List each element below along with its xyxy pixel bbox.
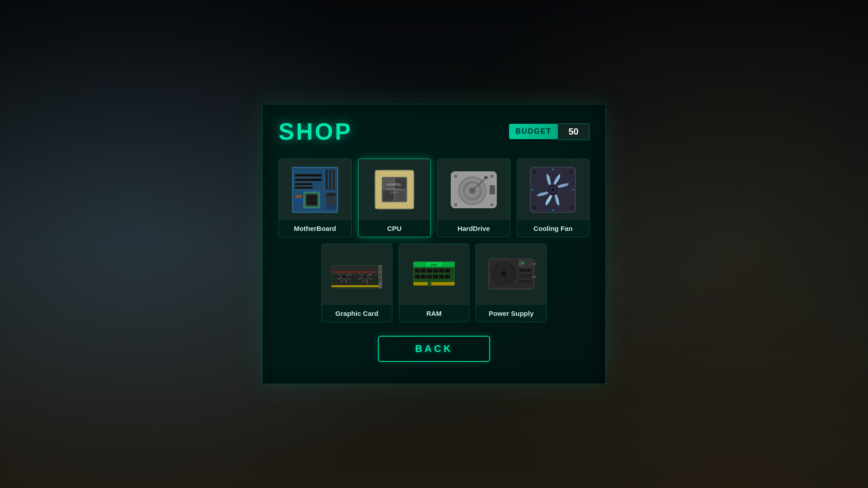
psu-image [476,244,546,305]
svg-rect-18 [326,203,335,205]
svg-point-113 [552,209,554,211]
psu-icon [486,254,536,295]
svg-rect-128 [333,272,377,272]
svg-rect-139 [415,275,420,279]
svg-rect-5 [326,169,328,190]
svg-text:RAM: RAM [431,263,437,266]
svg-point-100 [454,203,457,206]
shop-header: SHOP BUDGET 50 [278,118,590,145]
svg-point-99 [490,174,493,178]
budget-container: BUDGET 50 [509,123,590,140]
back-button[interactable]: BACK [378,336,490,362]
svg-rect-4 [295,187,313,189]
motherboard-icon [290,165,340,215]
svg-rect-186 [519,274,532,278]
cpu-image: FUNTEL AHR22018EQ DRPFBL [359,159,431,220]
gpu-label: Graphic Card [322,305,392,322]
motherboard-label: MotherBoard [279,220,351,237]
svg-rect-138 [445,268,450,272]
fan-icon [528,165,578,215]
svg-point-97 [484,176,488,179]
svg-rect-123 [332,285,382,287]
svg-rect-192 [519,261,521,266]
cpu-label: CPU [359,220,431,237]
svg-rect-168 [428,281,431,286]
harddrive-icon [449,167,499,212]
shop-item-psu[interactable]: Power Supply [476,244,547,322]
svg-point-107 [569,206,573,210]
shop-item-gpu[interactable]: Graphic Card [321,244,392,322]
shop-item-ram[interactable]: RAM [399,244,470,322]
back-button-container: BACK [278,336,590,362]
svg-point-121 [363,274,367,278]
motherboard-image [279,159,351,220]
svg-point-104 [533,169,537,174]
svg-point-11 [299,195,302,198]
svg-rect-143 [439,275,444,279]
shop-items-row2: Graphic Card RAM [278,244,590,322]
svg-rect-9 [306,194,317,206]
svg-point-183 [502,272,505,276]
svg-point-13 [299,199,302,202]
svg-rect-134 [421,268,426,272]
svg-rect-17 [326,200,335,202]
gpu-image [322,244,392,305]
harddrive-label: HardDrive [438,220,510,237]
svg-rect-15 [326,193,335,197]
svg-rect-122 [332,266,382,274]
svg-rect-1 [295,174,322,177]
svg-rect-125 [380,267,381,270]
svg-point-110 [552,188,554,191]
shop-panel: SHOP BUDGET 50 [262,104,606,384]
budget-value: 50 [558,123,590,140]
svg-rect-102 [490,185,495,194]
fan-label: Cooling Fan [517,220,590,237]
svg-rect-126 [380,272,381,276]
svg-point-118 [342,274,346,278]
svg-point-111 [552,169,554,170]
ram-image: RAM [399,244,469,305]
harddrive-image [438,159,510,220]
svg-point-105 [569,169,573,174]
svg-point-191 [521,262,524,264]
svg-rect-136 [433,268,438,272]
shop-item-harddrive[interactable]: HardDrive [437,159,510,237]
svg-rect-187 [519,279,532,284]
shop-item-cpu[interactable]: FUNTEL AHR22018EQ DRPFBL [358,159,431,237]
svg-point-101 [490,203,493,206]
shop-items-row1: MotherBoard FUN [278,159,590,237]
budget-label: BUDGET [509,124,558,139]
svg-rect-2 [295,178,322,181]
psu-label: Power Supply [476,305,546,322]
svg-point-98 [454,174,457,178]
shop-item-motherboard[interactable]: MotherBoard [278,159,352,237]
svg-rect-16 [326,197,335,199]
shop-title: SHOP [278,118,352,145]
svg-text:AHR22018EQ: AHR22018EQ [387,188,401,191]
svg-rect-6 [329,169,331,190]
ram-icon: RAM [411,257,457,293]
svg-rect-7 [333,169,335,190]
svg-text:FUNTEL: FUNTEL [387,183,401,187]
svg-rect-140 [421,275,426,279]
svg-rect-133 [415,268,420,272]
svg-point-112 [572,189,574,191]
shop-item-fan[interactable]: Cooling Fan [517,159,590,237]
svg-rect-141 [427,275,432,279]
ram-label: RAM [399,305,469,322]
gpu-icon [330,257,384,293]
svg-rect-188 [519,269,522,272]
svg-rect-127 [380,278,381,281]
svg-rect-142 [433,275,438,279]
fan-image [517,159,590,220]
svg-point-10 [296,195,298,198]
svg-rect-137 [439,268,444,272]
svg-rect-190 [528,269,530,272]
svg-rect-189 [524,269,526,272]
svg-rect-144 [445,275,450,279]
svg-rect-3 [295,183,313,185]
cpu-icon: FUNTEL AHR22018EQ DRPFBL [371,166,418,213]
svg-text:DRPFBL: DRPFBL [390,191,399,194]
svg-point-12 [296,199,298,202]
svg-rect-135 [427,268,432,272]
